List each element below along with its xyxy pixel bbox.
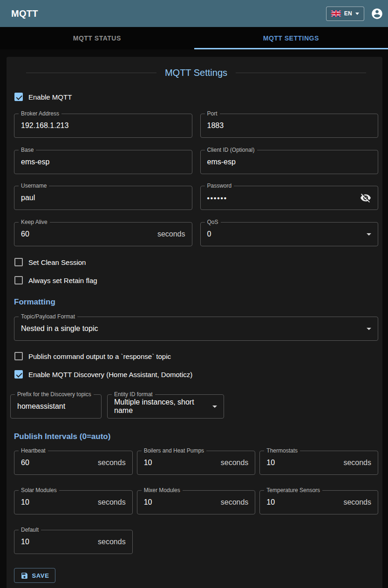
solar-interval-field[interactable]: Solar Modules 10 seconds bbox=[14, 490, 133, 514]
tab-label: MQTT STATUS bbox=[73, 34, 121, 42]
dropdown-arrow-icon bbox=[212, 406, 217, 408]
field-value: ems-esp bbox=[21, 158, 49, 166]
app-bar: MQTT EN bbox=[0, 0, 388, 27]
username-field[interactable]: Username paul bbox=[14, 186, 192, 210]
field-value: paul bbox=[21, 194, 35, 202]
field-unit: seconds bbox=[343, 459, 371, 467]
clean-session-checkbox[interactable]: Set Clean Session bbox=[14, 257, 378, 268]
account-circle-icon bbox=[371, 7, 383, 20]
field-unit: seconds bbox=[98, 459, 126, 467]
divider-line bbox=[236, 73, 366, 73]
field-unit: seconds bbox=[157, 230, 185, 238]
field-label: Mixer Modules bbox=[142, 487, 183, 493]
select-value: 0 bbox=[207, 230, 211, 238]
checkbox-icon[interactable] bbox=[14, 93, 23, 101]
keep-alive-field[interactable]: Keep Alive 60 seconds bbox=[14, 222, 192, 246]
publish-response-checkbox[interactable]: Publish command output to a `response` t… bbox=[14, 351, 378, 362]
dropdown-arrow-icon bbox=[367, 233, 371, 236]
field-label: QoS bbox=[205, 219, 221, 225]
field-label: Entity ID format bbox=[112, 391, 155, 398]
field-label: Heartbeat bbox=[19, 447, 48, 454]
save-button[interactable]: SAVE bbox=[14, 568, 55, 583]
mixer-interval-field[interactable]: Mixer Modules 10 seconds bbox=[137, 490, 256, 514]
field-unit: seconds bbox=[221, 498, 249, 507]
settings-heading: MQTT Settings bbox=[165, 66, 227, 79]
enable-mqtt-checkbox[interactable]: Enable MQTT bbox=[14, 91, 378, 102]
field-value: 10 bbox=[144, 498, 152, 507]
select-value: Nested in a single topic bbox=[21, 324, 98, 333]
field-value: 10 bbox=[144, 459, 152, 467]
field-label: Default bbox=[19, 527, 41, 533]
field-label: Solar Modules bbox=[19, 487, 59, 493]
password-field[interactable]: Password •••••• bbox=[200, 186, 379, 210]
heartbeat-interval-field[interactable]: Heartbeat 60 seconds bbox=[14, 451, 133, 475]
retain-flag-checkbox[interactable]: Always set Retain flag bbox=[14, 275, 378, 286]
account-button[interactable] bbox=[370, 7, 383, 20]
formatting-heading: Formatting bbox=[14, 297, 378, 307]
page-title: MQTT bbox=[11, 8, 38, 19]
field-label: Keep Alive bbox=[19, 219, 50, 225]
settings-heading-row: MQTT Settings bbox=[26, 66, 366, 79]
field-label: Temperature Sensors bbox=[264, 487, 322, 493]
language-label: EN bbox=[344, 10, 352, 17]
broker-address-field[interactable]: Broker Address 192.168.1.213 bbox=[14, 114, 192, 138]
thermostats-interval-field[interactable]: Thermostats 10 seconds bbox=[259, 451, 378, 475]
language-selector-button[interactable]: EN bbox=[326, 7, 364, 21]
uk-flag-icon bbox=[331, 10, 341, 17]
divider-line bbox=[26, 73, 157, 73]
save-button-label: SAVE bbox=[32, 572, 49, 579]
field-value: 60 bbox=[21, 459, 29, 467]
field-value: ems-esp bbox=[207, 158, 236, 166]
checkbox-icon[interactable] bbox=[14, 258, 23, 266]
field-unit: seconds bbox=[221, 459, 249, 467]
field-label: Thermostats bbox=[264, 447, 300, 454]
field-value: homeassistant bbox=[17, 402, 65, 411]
checkbox-icon[interactable] bbox=[14, 352, 23, 360]
mqtt-discovery-checkbox[interactable]: Enable MQTT Discovery (Home Assistant, D… bbox=[14, 369, 378, 380]
topic-payload-format-select[interactable]: Topic/Payload Format Nested in a single … bbox=[14, 317, 378, 341]
field-value: 1883 bbox=[207, 122, 224, 130]
field-value: 10 bbox=[21, 498, 29, 507]
visibility-off-icon bbox=[360, 192, 371, 203]
field-label: Broker Address bbox=[19, 110, 61, 117]
boilers-interval-field[interactable]: Boilers and Heat Pumps 10 seconds bbox=[137, 451, 256, 475]
select-value: Multiple instances, short name bbox=[114, 398, 212, 415]
dropdown-arrow-icon bbox=[367, 328, 371, 330]
tab-bar: MQTT STATUS MQTT SETTINGS bbox=[0, 27, 388, 49]
checkbox-label: Enable MQTT Discovery (Home Assistant, D… bbox=[28, 371, 192, 378]
field-label: Base bbox=[19, 147, 36, 153]
qos-select[interactable]: QoS 0 bbox=[200, 222, 379, 246]
field-value: 60 bbox=[21, 230, 29, 238]
field-label: Prefix for the Discovery topics bbox=[15, 391, 94, 398]
temperature-sensors-interval-field[interactable]: Temperature Sensors 10 seconds bbox=[259, 490, 378, 514]
field-value: 10 bbox=[21, 538, 29, 546]
toggle-password-visibility-button[interactable] bbox=[360, 192, 371, 203]
field-label: Password bbox=[205, 182, 234, 189]
tab-mqtt-status[interactable]: MQTT STATUS bbox=[0, 27, 194, 49]
tab-label: MQTT SETTINGS bbox=[263, 34, 319, 42]
active-tab-indicator bbox=[194, 48, 388, 49]
field-unit: seconds bbox=[98, 538, 126, 546]
checkbox-label: Set Clean Session bbox=[28, 258, 86, 266]
tab-mqtt-settings[interactable]: MQTT SETTINGS bbox=[194, 27, 388, 49]
checkbox-label: Publish command output to a `response` t… bbox=[28, 352, 171, 360]
field-label: Username bbox=[19, 182, 49, 189]
port-field[interactable]: Port 1883 bbox=[200, 114, 379, 138]
base-field[interactable]: Base ems-esp bbox=[14, 150, 192, 174]
default-interval-field[interactable]: Default 10 seconds bbox=[14, 530, 133, 554]
checkbox-icon[interactable] bbox=[14, 276, 23, 284]
checkbox-label: Enable MQTT bbox=[28, 93, 72, 101]
settings-card: MQTT Settings Enable MQTT Broker Address… bbox=[7, 57, 382, 588]
chevron-down-icon bbox=[355, 13, 359, 15]
field-value: 10 bbox=[266, 498, 275, 507]
checkbox-icon[interactable] bbox=[14, 370, 23, 378]
discovery-prefix-field[interactable]: Prefix for the Discovery topics homeassi… bbox=[10, 394, 102, 419]
field-unit: seconds bbox=[343, 498, 371, 507]
field-value: 10 bbox=[266, 459, 275, 467]
entity-id-format-select[interactable]: Entity ID format Multiple instances, sho… bbox=[107, 394, 224, 419]
field-label: Client ID (Optional) bbox=[205, 147, 257, 153]
field-label: Port bbox=[205, 110, 220, 117]
client-id-field[interactable]: Client ID (Optional) ems-esp bbox=[200, 150, 379, 174]
publish-intervals-heading: Publish Intervals (0=auto) bbox=[14, 432, 378, 442]
password-value: •••••• bbox=[207, 194, 228, 202]
